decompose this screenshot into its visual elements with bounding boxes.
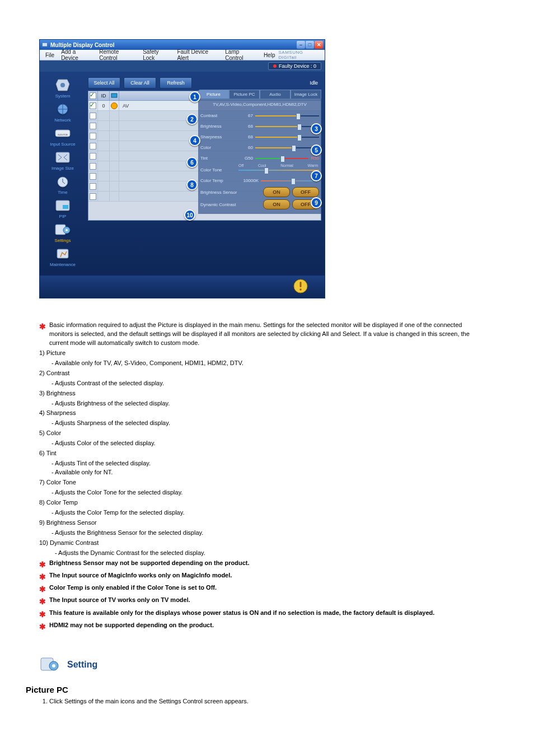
maintenance-icon [55, 247, 71, 260]
callout-1: 1 [189, 91, 200, 102]
star-icon: ✱ [39, 596, 47, 607]
note-2: The Input source of MagicInfo works only… [49, 571, 487, 582]
sidebar-item-settings[interactable]: Settings [41, 221, 84, 245]
num-item-6: 6) Tint [39, 449, 487, 458]
menu-fault-device-alert[interactable]: Fault Device Alert [174, 48, 222, 62]
callout-6: 6 [186, 157, 198, 168]
documentation-text: ✱Basic information required to adjust th… [39, 321, 487, 632]
minimize-button[interactable]: – [297, 41, 305, 49]
time-icon [55, 175, 70, 188]
sidebar-item-time[interactable]: Time [41, 172, 84, 197]
sidebar-item-input-source[interactable]: source Input Source [41, 124, 84, 148]
svg-rect-6 [56, 152, 69, 162]
app-body: System Network source Input Source Image… [40, 72, 325, 276]
close-button[interactable]: ✕ [315, 41, 323, 49]
slider-color[interactable] [255, 146, 319, 150]
star-icon: ✱ [39, 321, 47, 348]
slider-color-temp[interactable] [261, 179, 319, 183]
row-checkbox[interactable] [90, 163, 96, 170]
row-brightness-sensor: Brightness Sensor ON OFF [200, 186, 319, 198]
tab-image-lock[interactable]: Image Lock [291, 90, 321, 99]
row-checkbox[interactable] [90, 133, 96, 139]
menu-file[interactable]: File [42, 51, 58, 59]
row-tint: Tint G50 R50 [200, 153, 319, 164]
value-brightness: 68 [238, 124, 253, 129]
callout-5: 5 [311, 144, 322, 156]
sidebar-item-system[interactable]: System [41, 76, 84, 100]
note-4: The Input source of TV works only on TV … [49, 596, 487, 607]
dynamic-contrast-on-button[interactable]: ON [263, 199, 290, 209]
label-color-temp: Color Temp [200, 178, 236, 183]
label-color: Color [200, 145, 236, 150]
callout-3: 3 [311, 123, 322, 134]
select-all-button[interactable]: Select All [88, 77, 120, 88]
slider-color-tone[interactable] [238, 168, 319, 172]
row-checkbox[interactable] [90, 183, 96, 190]
num-item-3: 3) Brightness [39, 389, 487, 398]
sidebar-label: Time [58, 190, 67, 195]
settings-section-icon [39, 655, 59, 675]
tab-picture[interactable]: Picture [198, 90, 229, 99]
slider-sharpness[interactable] [255, 135, 319, 139]
note-6: HDMI2 may not be supported depending on … [49, 621, 487, 632]
row-dynamic-contrast: Dynamic Contrast ON OFF [200, 198, 319, 211]
label-color-tone: Color Tone [200, 167, 236, 172]
intro-text: Basic information required to adjust the… [49, 321, 487, 348]
svg-rect-9 [63, 205, 68, 209]
maximize-button[interactable]: □ [306, 41, 314, 49]
brightness-sensor-off-button[interactable]: OFF [292, 187, 319, 197]
sidebar-item-image-size[interactable]: Image Size [41, 148, 84, 172]
row-checkbox[interactable] [90, 143, 96, 150]
clear-all-button[interactable]: Clear All [124, 77, 156, 88]
warning-icon [292, 278, 309, 295]
value-sharpness: 68 [238, 134, 253, 139]
sidebar-item-pip[interactable]: PIP [41, 197, 84, 221]
sidebar-item-maintenance[interactable]: Maintenance [41, 245, 84, 269]
step-1: Click Settings of the main icons and the… [49, 698, 500, 704]
row-checkbox[interactable] [90, 153, 96, 160]
num-item-1: 1) Picture [39, 349, 487, 358]
row-checkbox[interactable] [90, 113, 96, 119]
faulty-device-pill[interactable]: Faulty Device : 0 [268, 62, 321, 70]
row-contrast: Contrast 67 [200, 110, 319, 121]
svg-text:source: source [58, 133, 68, 136]
tab-audio[interactable]: Audio [260, 90, 291, 99]
row-checkbox[interactable] [90, 102, 96, 109]
callout-4: 4 [189, 135, 200, 146]
label-brightness: Brightness [200, 124, 236, 129]
setting-heading: Setting [67, 660, 97, 670]
note-3: Color Temp is only enabled if the Color … [49, 584, 487, 595]
row-checkbox[interactable] [90, 173, 96, 180]
menu-help[interactable]: Help [260, 51, 279, 59]
pip-icon [55, 199, 71, 212]
sidebar-item-network[interactable]: Network [41, 100, 84, 124]
callout-9: 9 [311, 197, 322, 208]
col-id[interactable]: ID [98, 91, 110, 100]
menu-lamp-control[interactable]: Lamp Control [222, 48, 260, 62]
num-item-8: 8) Color Temp [39, 498, 487, 507]
brightness-sensor-on-button[interactable]: ON [263, 187, 290, 197]
row-checkbox[interactable] [90, 193, 96, 200]
label-tint: Tint [200, 156, 236, 161]
settings-panel: Picture Picture PC Audio Image Lock TV,A… [198, 90, 321, 214]
refresh-button[interactable]: Refresh [160, 77, 192, 88]
menu-safety-lock[interactable]: Safety Lock [139, 48, 174, 62]
section-setting: Setting [39, 655, 500, 675]
row-brightness: Brightness 68 [200, 121, 319, 132]
label-sharpness: Sharpness [200, 134, 236, 139]
menu-remote-control[interactable]: Remote Control [96, 48, 139, 62]
row-checkbox[interactable] [90, 123, 96, 129]
value-tint-g: G50 [238, 156, 253, 161]
row-color: Color 60 [200, 142, 319, 153]
menu-add-device[interactable]: Add a Device [58, 48, 96, 62]
header-checkbox[interactable] [90, 92, 96, 99]
tab-picture-pc[interactable]: Picture PC [229, 90, 260, 99]
note-5: This feature is available only for the d… [49, 609, 487, 620]
slider-brightness[interactable] [255, 124, 319, 129]
svg-rect-0 [43, 43, 48, 46]
value-color-temp: 10000K [238, 178, 259, 183]
slider-contrast[interactable] [255, 114, 319, 118]
num-item-10: 10) Dynamic Contrast [39, 539, 487, 548]
slider-tint[interactable] [255, 156, 308, 161]
image-size-icon [55, 151, 71, 164]
